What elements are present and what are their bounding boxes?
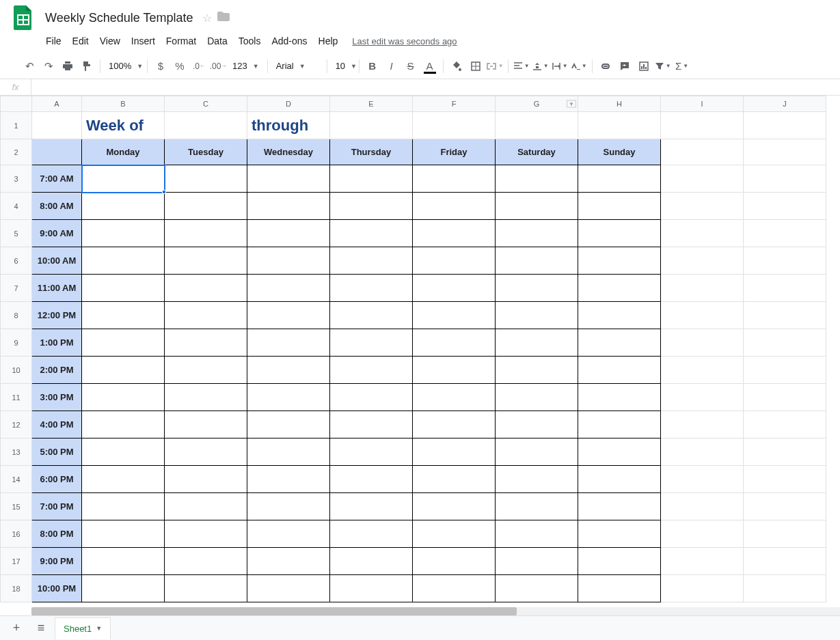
cell-I10[interactable] xyxy=(661,357,744,384)
menu-help[interactable]: Help xyxy=(314,33,343,49)
column-dropdown-icon[interactable]: ▼ xyxy=(567,100,576,108)
horizontal-scrollbar[interactable] xyxy=(31,607,840,613)
cell-G18[interactable] xyxy=(496,575,578,602)
row-header-8[interactable]: 8 xyxy=(1,302,32,329)
cell-B4[interactable] xyxy=(82,193,165,220)
cell-F5[interactable] xyxy=(413,220,496,247)
cell-E8[interactable] xyxy=(330,302,413,329)
cell-C3[interactable] xyxy=(165,165,247,193)
cell-J1[interactable] xyxy=(744,112,826,139)
cell-C4[interactable] xyxy=(165,193,247,220)
cell-C14[interactable] xyxy=(165,466,247,493)
functions-button[interactable]: Σ▼ xyxy=(673,57,691,75)
cell-G12[interactable] xyxy=(496,411,578,439)
cell-H16[interactable] xyxy=(578,520,661,548)
cell-B6[interactable] xyxy=(82,247,165,275)
cell-J5[interactable] xyxy=(744,220,826,247)
cell-I8[interactable] xyxy=(661,302,744,329)
last-edit-link[interactable]: Last edit was seconds ago xyxy=(352,36,457,46)
cell-F7[interactable] xyxy=(413,275,496,302)
cell-D12[interactable] xyxy=(247,411,330,439)
cell-I16[interactable] xyxy=(661,520,744,548)
cell-I14[interactable] xyxy=(661,466,744,493)
cell-G4[interactable] xyxy=(496,193,578,220)
cell-H4[interactable] xyxy=(578,193,661,220)
paint-format-button[interactable] xyxy=(78,57,96,75)
cell-H12[interactable] xyxy=(578,411,661,439)
row-header-14[interactable]: 14 xyxy=(1,466,32,493)
print-button[interactable] xyxy=(59,57,77,75)
cell-E16[interactable] xyxy=(330,520,413,548)
row-header-13[interactable]: 13 xyxy=(1,439,32,466)
day-header-friday[interactable]: Friday xyxy=(413,139,496,165)
cell-I9[interactable] xyxy=(661,329,744,357)
column-header-C[interactable]: C xyxy=(165,96,247,112)
row-header-2[interactable]: 2 xyxy=(1,139,32,165)
increase-decimal-button[interactable]: .00→ xyxy=(209,57,227,75)
cell-I7[interactable] xyxy=(661,275,744,302)
menu-format[interactable]: Format xyxy=(161,33,201,49)
cell-G10[interactable] xyxy=(496,357,578,384)
time-cell-6[interactable]: 10:00 AM xyxy=(32,247,82,275)
time-cell-15[interactable]: 7:00 PM xyxy=(32,493,82,520)
cell-H14[interactable] xyxy=(578,466,661,493)
cell-G14[interactable] xyxy=(496,466,578,493)
cell-B11[interactable] xyxy=(82,384,165,411)
text-color-button[interactable]: A xyxy=(421,57,439,75)
cell-G11[interactable] xyxy=(496,384,578,411)
cell-E14[interactable] xyxy=(330,466,413,493)
cell-C1[interactable] xyxy=(165,112,247,139)
cell-H15[interactable] xyxy=(578,493,661,520)
cell-H13[interactable] xyxy=(578,439,661,466)
percent-button[interactable]: % xyxy=(171,57,189,75)
day-header-saturday[interactable]: Saturday xyxy=(496,139,578,165)
cell-H17[interactable] xyxy=(578,548,661,575)
italic-button[interactable]: I xyxy=(383,57,401,75)
day-header-tuesday[interactable]: Tuesday xyxy=(165,139,247,165)
time-cell-16[interactable]: 8:00 PM xyxy=(32,520,82,548)
document-title[interactable]: Weekly Schedule Template xyxy=(41,10,197,27)
cell-B18[interactable] xyxy=(82,575,165,602)
time-cell-3[interactable]: 7:00 AM xyxy=(32,165,82,193)
cell-H3[interactable] xyxy=(578,165,661,193)
cell-E6[interactable] xyxy=(330,247,413,275)
cell-F15[interactable] xyxy=(413,493,496,520)
cell-J15[interactable] xyxy=(744,493,826,520)
cell-J10[interactable] xyxy=(744,357,826,384)
font-select[interactable]: Arial▼ xyxy=(272,59,323,72)
cell-F12[interactable] xyxy=(413,411,496,439)
cell-E18[interactable] xyxy=(330,575,413,602)
cell-G13[interactable] xyxy=(496,439,578,466)
cell-G5[interactable] xyxy=(496,220,578,247)
merge-cells-button[interactable]: ▼ xyxy=(486,57,504,75)
row-header-5[interactable]: 5 xyxy=(1,220,32,247)
cell-H1[interactable] xyxy=(578,112,661,139)
row-header-4[interactable]: 4 xyxy=(1,193,32,220)
cell-B9[interactable] xyxy=(82,329,165,357)
cell-E12[interactable] xyxy=(330,411,413,439)
column-header-B[interactable]: B xyxy=(82,96,165,112)
cell-G3[interactable] xyxy=(496,165,578,193)
cell-G9[interactable] xyxy=(496,329,578,357)
time-cell-11[interactable]: 3:00 PM xyxy=(32,384,82,411)
formula-input[interactable] xyxy=(31,79,840,95)
cell-J17[interactable] xyxy=(744,548,826,575)
sheets-logo-icon[interactable] xyxy=(11,5,36,30)
day-header-monday[interactable]: Monday xyxy=(82,139,165,165)
cell-D11[interactable] xyxy=(247,384,330,411)
zoom-select[interactable]: 100%▼ xyxy=(105,59,143,72)
cell-C13[interactable] xyxy=(165,439,247,466)
cell-F1[interactable] xyxy=(413,112,496,139)
cell-B8[interactable] xyxy=(82,302,165,329)
cell-E9[interactable] xyxy=(330,329,413,357)
column-header-E[interactable]: E xyxy=(330,96,413,112)
cell-F10[interactable] xyxy=(413,357,496,384)
cell-F13[interactable] xyxy=(413,439,496,466)
cell-I2[interactable] xyxy=(661,139,744,165)
time-cell-14[interactable]: 6:00 PM xyxy=(32,466,82,493)
cell-B5[interactable] xyxy=(82,220,165,247)
cell-F3[interactable] xyxy=(413,165,496,193)
number-format-select[interactable]: 123▼ xyxy=(228,59,263,72)
cell-J18[interactable] xyxy=(744,575,826,602)
row-header-9[interactable]: 9 xyxy=(1,329,32,357)
